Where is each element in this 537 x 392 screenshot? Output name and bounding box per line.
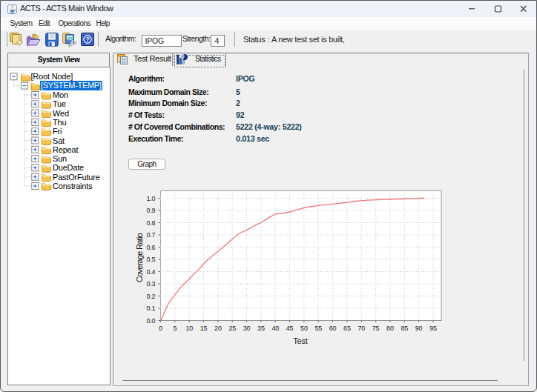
svg-text:0.3: 0.3 <box>146 280 155 288</box>
svg-text:Coverage Ratio: Coverage Ratio <box>135 233 144 282</box>
svg-text:75: 75 <box>372 325 380 332</box>
svg-text:25: 25 <box>228 325 236 332</box>
svg-text:5: 5 <box>173 325 177 332</box>
svg-text:50: 50 <box>300 325 308 332</box>
svg-text:10: 10 <box>185 325 193 332</box>
svg-text:80: 80 <box>386 325 394 332</box>
svg-text:60: 60 <box>329 325 337 332</box>
svg-text:20: 20 <box>214 325 222 332</box>
svg-text:90: 90 <box>415 325 423 332</box>
svg-text:101: 101 <box>67 36 73 39</box>
svg-text:0.7: 0.7 <box>146 231 155 239</box>
svg-text:65: 65 <box>343 325 351 332</box>
svg-text:Test: Test <box>293 336 308 345</box>
svg-text:55: 55 <box>314 325 322 332</box>
svg-text:95: 95 <box>429 325 437 332</box>
svg-text:0.2: 0.2 <box>146 293 155 300</box>
svg-text:?: ? <box>85 36 89 43</box>
svg-text:40: 40 <box>271 325 279 332</box>
svg-text:0.1: 0.1 <box>146 305 155 312</box>
svg-text:45: 45 <box>286 325 294 332</box>
svg-text:35: 35 <box>257 325 265 332</box>
svg-text:0.6: 0.6 <box>146 244 155 251</box>
svg-text:15: 15 <box>200 325 208 332</box>
svg-text:70: 70 <box>358 325 365 332</box>
svg-text:1.0: 1.0 <box>146 195 155 202</box>
svg-text:0.9: 0.9 <box>146 207 155 214</box>
svg-text:85: 85 <box>401 325 408 332</box>
svg-text:0.0: 0.0 <box>146 317 155 325</box>
svg-text:0.5: 0.5 <box>146 256 155 263</box>
svg-text:30: 30 <box>243 325 251 332</box>
svg-text:0.4: 0.4 <box>146 268 155 276</box>
svg-text:0: 0 <box>159 325 162 332</box>
svg-text:0.8: 0.8 <box>146 219 155 227</box>
